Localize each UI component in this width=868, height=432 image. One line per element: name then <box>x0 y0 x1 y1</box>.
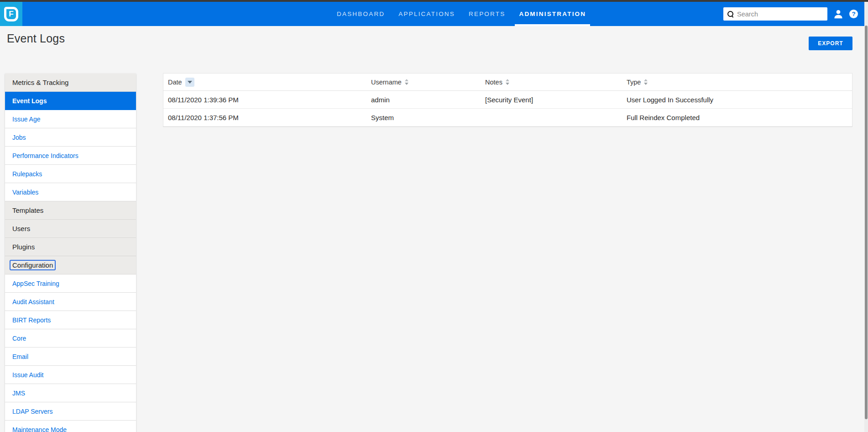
sidebar-item[interactable]: Maintenance Mode <box>5 421 136 432</box>
sidebar-item-label: Variables <box>12 189 38 196</box>
nav-item-label: REPORTS <box>469 11 505 17</box>
global-search[interactable] <box>723 7 827 21</box>
sidebar-item-label: JMS <box>12 390 25 397</box>
sidebar-item[interactable]: JMS <box>5 384 136 402</box>
sort-up-arrow <box>644 79 648 81</box>
cell-username: admin <box>366 91 481 108</box>
column-header[interactable]: Type <box>622 74 852 90</box>
sort-desc-icon[interactable] <box>185 78 194 87</box>
sidebar-item-label: Rulepacks <box>12 170 42 178</box>
sidebar-item[interactable]: Audit Assistant <box>5 293 136 311</box>
column-header-label: Date <box>168 79 182 86</box>
page-title: Event Logs <box>7 32 65 45</box>
nav-item[interactable]: REPORTS <box>469 2 505 26</box>
sidebar-item[interactable]: Variables <box>5 183 136 201</box>
search-icon <box>727 11 733 17</box>
primary-nav: DASHBOARDAPPLICATIONSREPORTSADMINISTRATI… <box>337 2 586 26</box>
sidebar-item[interactable]: Metrics & Tracking <box>5 74 136 92</box>
column-header-label: Username <box>371 79 402 86</box>
sort-down-arrow <box>644 83 648 85</box>
sidebar-item[interactable]: Templates <box>5 201 136 220</box>
sidebar-item-label: Configuration <box>10 260 56 270</box>
sort-up-arrow <box>506 79 509 81</box>
nav-item[interactable]: ADMINISTRATION <box>519 2 586 26</box>
cell-username: System <box>366 109 481 126</box>
sidebar-item[interactable]: Event Logs <box>5 92 136 110</box>
sidebar-item[interactable]: Configuration <box>5 256 136 274</box>
export-button[interactable]: EXPORT <box>809 37 852 50</box>
fortify-logo[interactable]: F <box>0 2 22 26</box>
page-scrollbar[interactable] <box>864 0 868 432</box>
sidebar-item-label: Jobs <box>12 134 26 141</box>
search-input[interactable] <box>737 11 823 18</box>
column-header[interactable]: Username <box>366 74 481 90</box>
sidebar-item[interactable]: Issue Audit <box>5 366 136 384</box>
sidebar-item-label: Performance Indicators <box>12 152 78 159</box>
sidebar-item[interactable]: AppSec Training <box>5 274 136 293</box>
user-icon[interactable] <box>833 9 843 19</box>
sidebar-item[interactable]: Email <box>5 348 136 366</box>
sidebar-item[interactable]: Users <box>5 220 136 238</box>
sidebar-item-label: Templates <box>12 206 43 214</box>
table-body: 08/11/2020 1:39:36 PM admin [Security Ev… <box>163 91 852 126</box>
sidebar-item-label: BIRT Reports <box>12 316 51 324</box>
sidebar-item-label: Issue Audit <box>12 371 44 379</box>
sidebar-item[interactable]: Plugins <box>5 238 136 256</box>
sidebar-item-label: Email <box>12 353 28 360</box>
table-header-row: Date Username Notes Type <box>163 74 852 91</box>
sidebar-item-label: AppSec Training <box>12 280 59 287</box>
cell-type: Full Reindex Completed <box>622 109 852 126</box>
navbar-right-group: ? <box>723 2 858 26</box>
column-header-label: Notes <box>485 79 502 86</box>
sidebar-item-label: Plugins <box>12 243 35 251</box>
column-header[interactable]: Date <box>163 74 366 90</box>
fortify-logo-glyph: F <box>4 7 18 21</box>
sidebar-item-label: Audit Assistant <box>12 298 54 306</box>
help-icon[interactable]: ? <box>849 10 858 18</box>
column-header-label: Type <box>627 79 641 86</box>
sort-icon[interactable] <box>506 79 509 85</box>
sidebar-item[interactable]: Jobs <box>5 128 136 147</box>
cell-notes <box>481 109 622 126</box>
event-log-table: Date Username Notes Type 08/11/2020 1:39… <box>163 73 852 127</box>
sidebar-item-label: LDAP Servers <box>12 408 52 415</box>
sidebar-item-label: Metrics & Tracking <box>12 79 68 86</box>
sidebar-item[interactable]: Core <box>5 329 136 348</box>
sort-icon[interactable] <box>405 79 408 85</box>
nav-item-label: APPLICATIONS <box>398 11 455 17</box>
help-glyph: ? <box>852 11 855 17</box>
cell-notes: [Security Event] <box>481 91 622 108</box>
sidebar-item-label: Issue Age <box>12 116 41 123</box>
sidebar-item[interactable]: BIRT Reports <box>5 311 136 329</box>
sidebar-item-label: Users <box>12 225 30 232</box>
sidebar-item-label: Maintenance Mode <box>12 426 67 432</box>
window-top-strip <box>0 0 868 2</box>
sidebar-item[interactable]: LDAP Servers <box>5 402 136 421</box>
table-row: 08/11/2020 1:37:56 PM System Full Reinde… <box>163 109 852 126</box>
sidebar-item[interactable]: Issue Age <box>5 110 136 128</box>
nav-item[interactable]: APPLICATIONS <box>398 2 455 26</box>
cell-type: User Logged In Successfully <box>622 91 852 108</box>
sort-down-arrow <box>506 83 509 85</box>
sort-icon[interactable] <box>644 79 648 85</box>
scrollbar-thumb[interactable] <box>865 26 868 419</box>
sidebar-item[interactable]: Performance Indicators <box>5 147 136 165</box>
nav-item[interactable]: DASHBOARD <box>337 2 385 26</box>
nav-item-label: ADMINISTRATION <box>519 11 586 17</box>
cell-date: 08/11/2020 1:39:36 PM <box>163 91 366 108</box>
table-row: 08/11/2020 1:39:36 PM admin [Security Ev… <box>163 91 852 109</box>
sidebar-item-label: Event Logs <box>12 97 47 105</box>
sidebar-item[interactable]: Rulepacks <box>5 165 136 183</box>
sort-down-arrow <box>405 83 408 85</box>
sort-up-arrow <box>405 79 408 81</box>
admin-sidebar: Metrics & Tracking Event Logs Issue Age … <box>5 74 136 432</box>
top-navbar: F DASHBOARDAPPLICATIONSREPORTSADMINISTRA… <box>0 2 868 26</box>
nav-item-label: DASHBOARD <box>337 11 385 17</box>
column-header[interactable]: Notes <box>481 74 622 90</box>
cell-date: 08/11/2020 1:37:56 PM <box>163 109 366 126</box>
sidebar-item-label: Core <box>12 335 26 342</box>
